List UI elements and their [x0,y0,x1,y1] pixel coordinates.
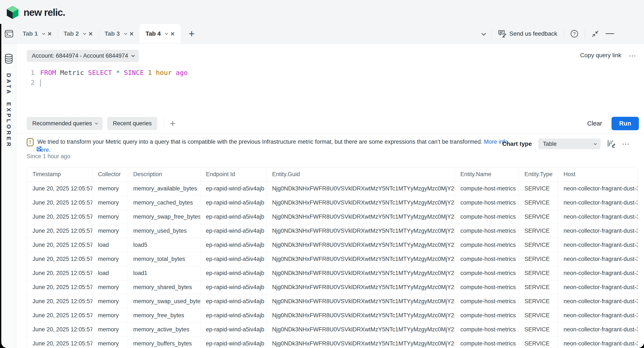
send-feedback-label: Send us feedback [510,30,557,37]
editor-line-1[interactable]: 1 FROM Metric SELECT * SINCE 1 hour ago [26,68,634,77]
query-token [144,69,148,76]
tab-4[interactable]: Tab 4× [140,24,180,43]
table-row: June 20, 2025 12:05:57memorymemory_buffe… [27,337,638,348]
editor-line-2[interactable]: 2 [26,77,634,87]
results-menu-dots[interactable]: ⋯ [622,140,630,148]
table-cell: neon-collector-fragrant-dust-3 [558,337,638,348]
table-row: June 20, 2025 12:05:57memorymemory_activ… [27,322,638,337]
table-cell: SERVICE [519,322,558,337]
chevron-down-icon[interactable] [482,31,486,35]
table-cell: neon-collector-fragrant-dust-3 [558,294,638,308]
table-cell: SERVICE [519,266,558,280]
table-row: June 20, 2025 12:05:57loadload5ep-rapid-… [27,238,638,252]
table-cell: Njg0NDk3NHxFWFR8U0VSVklDRXwtMzY5NTc1MTYy… [266,238,455,252]
edit-chart-icon[interactable] [607,140,616,148]
sidebar-label: DATA EXPLORER [5,73,12,148]
external-link-icon[interactable] [36,146,42,153]
table-cell: June 20, 2025 12:05:57 [27,308,92,322]
run-button[interactable]: Run [612,117,639,130]
table-cell: neon-collector-fragrant-dust-3 [558,252,638,266]
query-text[interactable]: FROM Metric SELECT * SINCE 1 hour ago [40,68,188,77]
table-cell: Njg0NDk3NHxFWFR8U0VSVklDRXwtMzY5NTc1MTYy… [266,181,455,196]
tab-chevron-icon[interactable] [42,32,45,35]
column-header[interactable]: Entity.Guid [266,167,455,181]
tab-close-icon[interactable]: × [89,30,93,37]
clear-button[interactable]: Clear [587,120,602,127]
query-menu-dots[interactable]: ⋯ [629,51,637,60]
table-cell: ep-rapid-wind-a5iv4ajb [200,181,266,196]
table-cell: ep-rapid-wind-a5iv4ajb [200,210,266,224]
recent-queries-label: Recent queries [113,120,152,127]
table-cell: ep-rapid-wind-a5iv4ajb [200,308,266,322]
table-cell: memory [92,252,128,266]
table-cell: compute-host-metrics [455,181,519,196]
table-cell: ep-rapid-wind-a5iv4ajb [200,266,266,280]
table-cell: memory_cached_bytes [128,196,200,210]
table-cell: load [92,238,128,252]
account-selector[interactable]: Account: 6844974 - Account 6844974 [27,50,139,62]
chart-type-controls: Chart type Table ⋯ [502,139,630,149]
tab-close-icon[interactable]: × [48,30,52,37]
add-query-button[interactable]: + [170,118,176,129]
column-header[interactable]: Endpoint Id [200,167,266,181]
send-feedback-button[interactable]: Send us feedback [498,30,557,38]
column-header[interactable]: Collector [92,167,128,181]
recent-queries-button[interactable]: Recent queries [107,117,157,130]
table-cell: memory_shared_bytes [128,280,200,294]
tab-chevron-icon[interactable] [165,32,168,35]
column-header[interactable]: Entity.Name [455,167,519,181]
table-cell: SERVICE [519,196,558,210]
table-cell: neon-collector-fragrant-dust-3 [558,308,638,322]
column-header[interactable]: Host [558,167,638,181]
table-row: June 20, 2025 12:05:57loadload1ep-rapid-… [27,266,638,280]
table-cell: Njg0NDk3NHxFWFR8U0VSVklDRXwtMzY5NTc1MTYy… [266,308,455,322]
app-window: Tab 1×Tab 2×Tab 3×Tab 4× + Send us feedb… [1,24,644,348]
recommended-queries-button[interactable]: Recommended queries [27,117,102,130]
tab-close-icon[interactable]: × [130,30,134,37]
table-cell: memory [92,294,128,308]
table-cell: SERVICE [519,238,558,252]
tab-1[interactable]: Tab 1× [17,24,58,43]
query-console-icon[interactable] [1,24,17,43]
table-row: June 20, 2025 12:05:57memorymemory_swap_… [27,294,638,308]
table-cell: SERVICE [519,252,558,266]
table-cell: compute-host-metrics [455,322,519,337]
database-icon[interactable] [4,54,13,64]
tab-3[interactable]: Tab 3× [99,24,140,43]
table-row: June 20, 2025 12:05:57memorymemory_swap_… [27,210,638,224]
table-cell: neon-collector-fragrant-dust-3 [558,196,638,210]
query-token [120,69,124,76]
table-cell: June 20, 2025 12:05:57 [27,181,92,196]
help-icon[interactable]: ? [570,30,578,38]
table-cell: ep-rapid-wind-a5iv4ajb [200,322,266,337]
table-cell: compute-host-metrics [455,252,519,266]
tab-chevron-icon[interactable] [124,32,127,35]
nrql-query-editor[interactable]: 1 FROM Metric SELECT * SINCE 1 hour ago … [26,68,634,87]
tab-2[interactable]: Tab 2× [58,24,99,43]
table-cell: Njg0NDk3NHxFWFR8U0VSVklDRXwtMzY5NTc1MTYy… [266,224,455,238]
table-cell: Njg0NDk3NHxFWFR8U0VSVklDRXwtMzY5NTc1MTYy… [266,252,455,266]
query-token [112,69,116,76]
minimize-icon[interactable]: — [606,33,614,34]
table-cell: compute-host-metrics [455,308,519,322]
data-explorer-sidebar: DATA EXPLORER [1,44,16,348]
column-header[interactable]: Entity.Type [519,167,558,181]
table-cell: memory [92,280,128,294]
copy-query-link-button[interactable]: Copy query link [580,52,621,59]
section-divider [16,133,644,134]
column-header[interactable]: Timestamp [27,167,92,181]
tab-label: Tab 1 [23,30,38,37]
warning-icon: ! [27,138,34,146]
table-cell: memory_swap_used_bytes [128,294,200,308]
chart-type-select[interactable]: Table [538,139,601,149]
transform-warning: ! We tried to transform your Metric quer… [27,138,516,154]
collapse-icon[interactable] [592,30,599,37]
column-header[interactable]: Description [128,167,200,181]
table-cell: June 20, 2025 12:05:57 [27,196,92,210]
logo-wordmark: new relic. [24,6,65,18]
tab-close-icon[interactable]: × [170,30,174,37]
table-cell: neon-collector-fragrant-dust-3 [558,238,638,252]
feedback-icon [498,30,506,38]
add-tab-button[interactable]: + [189,29,195,39]
tab-chevron-icon[interactable] [83,32,86,35]
